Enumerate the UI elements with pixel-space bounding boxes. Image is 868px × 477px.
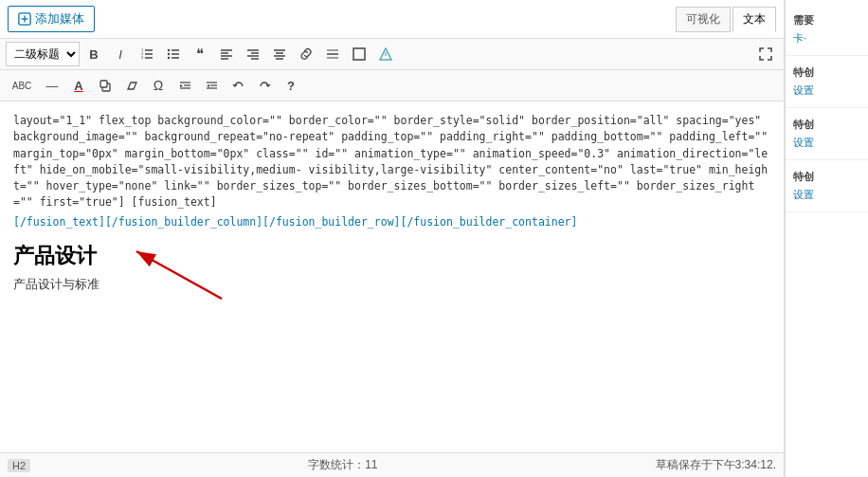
sidebar-item-3-link[interactable]: 设置	[793, 137, 814, 148]
sidebar-item-3: 特创 设置	[786, 108, 868, 160]
save-status: 草稿保存于下午3:34:12.	[656, 457, 776, 473]
font-color-button[interactable]: A	[66, 73, 91, 98]
svg-point-11	[168, 57, 170, 59]
editor-content[interactable]: layout="1_1" flex_top background_color="…	[0, 101, 784, 452]
add-media-button[interactable]: 添加媒体	[8, 6, 95, 32]
fusion-button[interactable]	[373, 42, 398, 66]
svg-rect-34	[100, 81, 107, 87]
link-button[interactable]	[294, 42, 318, 66]
align-right-button[interactable]	[241, 42, 265, 66]
italic-button[interactable]: I	[108, 42, 133, 66]
sidebar-item-1-link[interactable]: 卡·	[793, 32, 806, 44]
align-left-button[interactable]	[214, 42, 239, 66]
ordered-list-button[interactable]: 123	[135, 42, 159, 66]
sidebar-item-1-title: 需要	[793, 13, 860, 28]
undo-button[interactable]	[226, 73, 250, 98]
svg-point-10	[168, 53, 170, 55]
svg-text:3: 3	[141, 55, 144, 60]
view-tabs: 可视化 文本	[676, 7, 776, 32]
redo-button[interactable]	[252, 73, 277, 98]
dash-button[interactable]: —	[40, 73, 64, 98]
toolbar-row-1: 二级标题 段落 三级标题 B I 123 ❝	[0, 39, 784, 70]
top-bar: 添加媒体 可视化 文本	[0, 0, 784, 39]
hr-button[interactable]	[320, 42, 345, 66]
bold-button[interactable]: B	[81, 42, 106, 66]
svg-rect-30	[353, 48, 365, 60]
color-box-button[interactable]	[347, 42, 371, 66]
sidebar-item-2-title: 特创	[793, 65, 860, 80]
unordered-list-button[interactable]	[161, 42, 186, 66]
sidebar-item-3-title: 特创	[793, 118, 860, 132]
indent-button[interactable]	[172, 73, 197, 98]
align-center-button[interactable]	[267, 42, 292, 66]
sidebar-item-4: 特创 设置	[786, 160, 868, 212]
visual-tab[interactable]: 可视化	[676, 7, 731, 32]
fullscreen-button[interactable]	[753, 42, 778, 66]
red-arrow-icon	[118, 232, 231, 308]
sidebar-item-4-link[interactable]: 设置	[793, 189, 814, 200]
svg-marker-35	[128, 83, 136, 89]
format-select[interactable]: 二级标题 段落 三级标题	[6, 42, 80, 66]
h2-badge: H2	[8, 459, 30, 472]
sidebar-item-2: 特创 设置	[786, 56, 868, 108]
svg-point-9	[168, 49, 170, 51]
editor-footer: H2 字数统计：11 草稿保存于下午3:34:12.	[0, 452, 784, 477]
sidebar-item-4-title: 特创	[793, 170, 860, 184]
outdent-button[interactable]	[199, 73, 224, 98]
sidebar-item-2-link[interactable]: 设置	[793, 84, 814, 96]
closing-tag: [/fusion_text][/fusion_builder_column][/…	[13, 215, 770, 229]
toolbar-row-2: ABC — A Ω ?	[0, 70, 784, 101]
svg-line-43	[136, 251, 222, 299]
sidebar: 需要 卡· 特创 设置 特创 设置 特创 设置	[785, 0, 868, 477]
add-media-label: 添加媒体	[35, 10, 84, 28]
blockquote-button[interactable]: ❝	[188, 42, 212, 66]
abc-button[interactable]: ABC	[6, 73, 38, 98]
paste-button[interactable]	[93, 73, 118, 98]
eraser-button[interactable]	[119, 73, 144, 98]
sidebar-item-1: 需要 卡·	[786, 4, 868, 56]
heading-section: 产品设计	[13, 242, 770, 270]
help-button[interactable]: ?	[279, 73, 303, 98]
omega-button[interactable]: Ω	[146, 73, 171, 98]
word-count: 字数统计：11	[308, 457, 377, 473]
code-block: layout="1_1" flex_top background_color="…	[13, 113, 770, 211]
text-tab[interactable]: 文本	[732, 7, 776, 32]
